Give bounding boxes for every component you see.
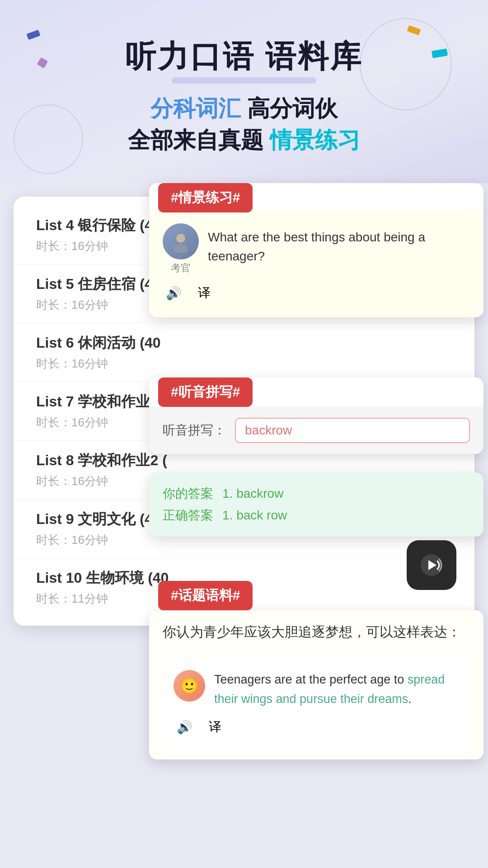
svg-point-0 <box>176 234 185 243</box>
scenario-panel: #情景练习# 考官 What are the best things about… <box>149 183 483 317</box>
scenario-content: 考官 What are the best things about being … <box>149 210 483 317</box>
spell-tag: #听音拼写# <box>158 377 253 407</box>
main-card: List 4 银行保险 (40 时长：16分钟 List 5 住房住宿 (40 … <box>14 197 474 626</box>
topic-audio-icon[interactable]: 🔊 <box>174 716 195 738</box>
audio-icon[interactable]: 🔊 <box>163 282 184 304</box>
answer-panel: 你的答案 1. backrow 正确答案 1. back row <box>149 472 483 537</box>
correct-label: 正确答案 <box>163 507 213 524</box>
hero-subtitle-line1-rest: 高分词伙 <box>241 96 338 121</box>
user-avatar: 🙂 <box>174 670 205 702</box>
hero-subtitle-blue: 分科词汇 <box>150 96 241 121</box>
your-answer-value: 1. backrow <box>222 486 283 501</box>
topic-translate-icon[interactable]: 译 <box>204 716 226 738</box>
svg-point-1 <box>174 244 188 253</box>
translate-icon[interactable]: 译 <box>193 282 215 304</box>
examiner-label: 考官 <box>163 261 199 275</box>
audio-play-button[interactable] <box>407 540 456 590</box>
topic-text-prefix: Teenagers are at the perfect age to <box>214 673 408 686</box>
scenario-tag: #情景练习# <box>158 183 253 212</box>
hero-section: 听力口语 语料库 分科词汇 高分词伙 全部来自真题 情景练习 <box>0 0 488 183</box>
topic-panel: #话题语料# 你认为青少年应该大胆追逐梦想，可以这样表达： 🙂 Teenager… <box>149 581 483 760</box>
your-answer-label: 你的答案 <box>163 485 213 502</box>
content-area: List 4 银行保险 (40 时长：16分钟 List 5 住房住宿 (40 … <box>0 183 488 868</box>
examiner-avatar <box>163 223 199 259</box>
spell-panel: #听音拼写# 听音拼写： backrow <box>149 377 483 454</box>
spell-label: 听音拼写： <box>163 422 226 439</box>
hero-subtitle: 分科词汇 高分词伙 全部来自真题 情景练习 <box>27 93 461 156</box>
correct-answer-row: 正确答案 1. back row <box>163 507 470 524</box>
topic-speech-inner: 🙂 Teenagers are at the perfect age to sp… <box>163 659 470 749</box>
spell-row: 听音拼写： backrow <box>163 418 470 443</box>
hero-title-underline <box>172 77 316 84</box>
topic-intro: 你认为青少年应该大胆追逐梦想，可以这样表达： <box>149 610 483 650</box>
topic-actions: 🔊 译 <box>174 716 459 738</box>
scenario-question: What are the best things about being a t… <box>208 223 470 266</box>
spell-input[interactable]: backrow <box>235 418 470 443</box>
your-answer-row: 你的答案 1. backrow <box>163 485 470 502</box>
topic-text-suffix: . <box>408 692 412 706</box>
spell-content: 听音拼写： backrow <box>149 407 483 454</box>
deco-orange-right <box>407 25 421 36</box>
user-speaker-row: 🙂 Teenagers are at the perfect age to sp… <box>174 670 459 709</box>
topic-speech: 🙂 Teenagers are at the perfect age to sp… <box>149 650 483 760</box>
hero-subtitle-teal: 情景练习 <box>270 127 360 153</box>
topic-speech-text: Teenagers are at the perfect age to spre… <box>214 670 459 709</box>
speaker-row: 考官 What are the best things about being … <box>163 223 470 275</box>
list-item[interactable]: List 6 休闲活动 (40 时长：16分钟 <box>14 323 474 382</box>
topic-tag: #话题语料# <box>158 581 253 610</box>
scenario-actions: 🔊 译 <box>163 282 470 304</box>
correct-value: 1. back row <box>222 508 287 523</box>
hero-title: 听力口语 语料库 <box>27 36 461 77</box>
hero-subtitle-line2-rest: 全部来自真题 <box>128 127 270 153</box>
